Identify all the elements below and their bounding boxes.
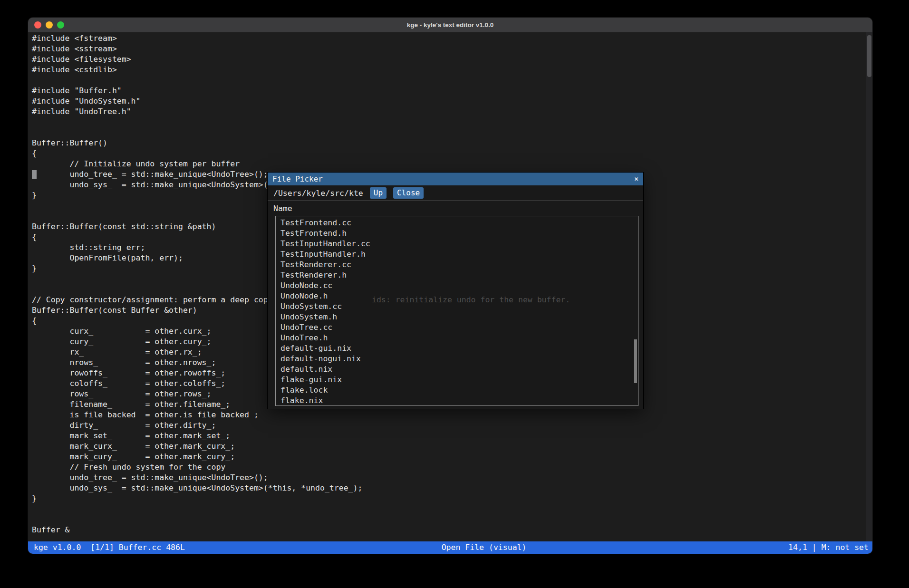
file-list-item[interactable]: TestRenderer.h bbox=[276, 270, 638, 280]
file-list: TestFrontend.ccTestFrontend.hTestInputHa… bbox=[275, 216, 638, 406]
file-list-item[interactable]: TestInputHandler.h bbox=[276, 249, 638, 260]
file-list-item[interactable]: UndoSystem.h bbox=[276, 312, 638, 322]
close-button[interactable]: Close bbox=[393, 187, 424, 198]
file-list-item[interactable]: UndoNode.cc bbox=[276, 280, 638, 291]
file-list-item[interactable]: TestFrontend.h bbox=[276, 228, 638, 239]
window-titlebar[interactable]: kge - kyle's text editor v1.0.0 bbox=[28, 18, 872, 32]
file-list-item[interactable]: default-gui.nix bbox=[276, 343, 638, 354]
editor-scrollbar[interactable] bbox=[866, 32, 872, 541]
up-button[interactable]: Up bbox=[370, 187, 387, 198]
minimize-window-button[interactable] bbox=[46, 21, 53, 29]
file-list-item[interactable]: default.nix bbox=[276, 364, 638, 375]
file-list-item[interactable]: default-nogui.nix bbox=[276, 354, 638, 364]
file-list-item[interactable]: UndoTree.cc bbox=[276, 322, 638, 333]
zoom-window-button[interactable] bbox=[57, 21, 64, 29]
status-bar: kge v1.0.0 [1/1] Buffer.cc 486L Open Fil… bbox=[28, 541, 872, 554]
editor-window: kge - kyle's text editor v1.0.0 #include… bbox=[28, 18, 872, 554]
file-picker-dialog: File Picker ✕ /Users/kyle/src/kte Up Clo… bbox=[268, 173, 643, 409]
file-picker-title: File Picker bbox=[272, 174, 323, 183]
file-list-item[interactable]: flake.lock bbox=[276, 385, 638, 395]
file-list-scrollbar-thumb[interactable] bbox=[634, 339, 637, 383]
file-picker-titlebar[interactable]: File Picker ✕ bbox=[268, 173, 643, 185]
status-version-file: kge v1.0.0 [1/1] Buffer.cc 486L bbox=[34, 541, 185, 554]
file-list-item[interactable]: TestRenderer.cc bbox=[276, 260, 638, 270]
status-mode: Open File (visual) bbox=[442, 541, 527, 554]
list-header-name: Name bbox=[268, 201, 643, 216]
editor-scrollbar-thumb[interactable] bbox=[867, 35, 871, 77]
editor-area: #include <fstream> #include <sstream> #i… bbox=[28, 32, 872, 541]
file-list-item[interactable]: UndoTree.h bbox=[276, 333, 638, 343]
close-window-button[interactable] bbox=[34, 21, 41, 29]
traffic-lights bbox=[34, 18, 64, 32]
file-list-item[interactable]: flake-gui.nix bbox=[276, 375, 638, 385]
path-row: /Users/kyle/src/kte Up Close bbox=[268, 185, 643, 201]
file-list-item[interactable]: TestFrontend.cc bbox=[276, 218, 638, 228]
file-list-item[interactable]: UndoNode.h bbox=[276, 291, 638, 301]
status-cursor-position: 14,1 | M: not set bbox=[788, 541, 869, 554]
window-title: kge - kyle's text editor v1.0.0 bbox=[28, 21, 872, 29]
file-list-item[interactable]: TestInputHandler.cc bbox=[276, 239, 638, 249]
file-list-item[interactable]: UndoSystem.cc bbox=[276, 301, 638, 312]
text-cursor bbox=[32, 170, 37, 179]
file-list-item[interactable]: flake.nix bbox=[276, 395, 638, 406]
path-input[interactable]: /Users/kyle/src/kte bbox=[273, 189, 363, 198]
close-icon[interactable]: ✕ bbox=[634, 175, 638, 183]
